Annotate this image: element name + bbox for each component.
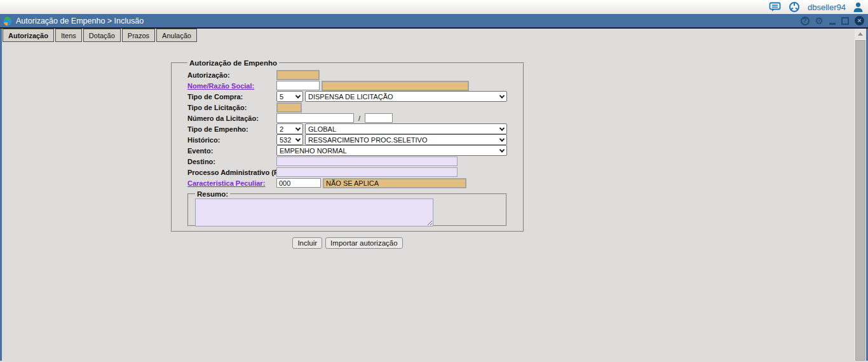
form-row-historico: Histórico: 532 RESSARCIMENTO PROC.SELETI… <box>187 134 517 145</box>
chevron-down-icon <box>499 93 505 98</box>
action-buttons: Incluir Importar autorização <box>171 237 524 249</box>
processo-adm-label: Processo Administrativo (PA): <box>187 169 276 176</box>
vertical-scrollbar[interactable] <box>855 29 866 361</box>
nome-razao-social-link[interactable]: Nome/Razão Social: <box>187 82 276 90</box>
form-row-tipo-compra: Tipo de Compra: 5 DISPENSA DE LICITAÇÃO <box>187 91 517 102</box>
caracteristica-peculiar-link[interactable]: Caracteristica Peculiar: <box>187 179 276 187</box>
gear-icon[interactable]: ⚙ <box>815 17 824 25</box>
tipo-empenho-desc-value: GLOBAL <box>308 125 498 133</box>
form-row-caracteristica: Caracteristica Peculiar: <box>187 178 517 188</box>
numero-licitacao-separator: / <box>358 115 360 122</box>
tab-bar: Autorização Itens Dotação Prazos Anulaçã… <box>3 29 198 42</box>
tipo-compra-code-value: 5 <box>280 93 294 101</box>
form-row-autorizacao: Autorização: <box>187 69 517 80</box>
tipo-empenho-code-select[interactable]: 2 <box>276 123 303 134</box>
destino-label: Destino: <box>187 158 276 165</box>
tipo-licitacao-input[interactable] <box>276 102 302 113</box>
chevron-down-icon <box>499 125 505 130</box>
form-row-destino: Destino: <box>187 156 517 167</box>
support-wheel-icon[interactable] <box>789 1 800 13</box>
tipo-licitacao-label: Tipo de Licitação: <box>187 104 276 111</box>
caracteristica-code-input[interactable] <box>276 178 321 188</box>
resumo-fieldset: Resumo: <box>187 190 507 226</box>
chevron-down-icon <box>295 125 301 130</box>
window-titlebar: Autorização de Empenho > Inclusão ? ⚙ × <box>0 14 868 29</box>
app-icon <box>3 16 13 26</box>
importar-autorizacao-button[interactable]: Importar autorização <box>325 237 402 249</box>
autorizacao-empenho-fieldset: Autorização de Empenho Autorização: Nome… <box>171 59 524 232</box>
form-row-numero-licitacao: Número da Licitação: / <box>187 113 517 123</box>
minimize-icon[interactable] <box>829 23 836 25</box>
messages-icon[interactable] <box>769 2 781 12</box>
historico-desc-select[interactable]: RESSARCIMENTO PROC.SELETIVO <box>305 134 507 145</box>
evento-select[interactable]: EMPENHO NORMAL <box>276 145 507 156</box>
resumo-legend: Resumo: <box>195 190 230 198</box>
tab-anulacao[interactable]: Anulação <box>156 29 197 42</box>
tipo-compra-desc-select[interactable]: DISPENSA DE LICITAÇÃO <box>305 91 507 102</box>
historico-label: Histórico: <box>187 136 276 144</box>
chevron-down-icon <box>499 147 505 152</box>
tipo-compra-label: Tipo de Compra: <box>187 93 276 101</box>
autorizacao-label: Autorização: <box>187 71 276 79</box>
chevron-down-icon <box>295 136 301 141</box>
restore-icon[interactable] <box>841 17 849 25</box>
scrollbar-thumb[interactable] <box>855 40 865 361</box>
incluir-button[interactable]: Incluir <box>292 237 322 249</box>
form-row-nome-razao: Nome/Razão Social: <box>187 80 517 91</box>
tipo-empenho-label: Tipo de Empenho: <box>187 125 276 133</box>
destino-input[interactable] <box>276 157 458 166</box>
help-icon[interactable]: ? <box>801 17 810 25</box>
tipo-empenho-code-value: 2 <box>280 125 294 133</box>
username[interactable]: dbseller94 <box>808 3 846 12</box>
numero-licitacao-input[interactable] <box>276 113 354 123</box>
window-content: Autorização Itens Dotação Prazos Anulaçã… <box>0 29 868 361</box>
tab-dotacao[interactable]: Dotação <box>83 29 121 42</box>
tipo-empenho-desc-select[interactable]: GLOBAL <box>305 123 507 134</box>
window-title: Autorização de Empenho > Inclusão <box>16 17 801 25</box>
historico-desc-value: RESSARCIMENTO PROC.SELETIVO <box>308 136 498 144</box>
form-row-tipo-empenho: Tipo de Empenho: 2 GLOBAL <box>187 123 517 134</box>
nome-razao-code-input[interactable] <box>276 81 320 90</box>
form-row-tipo-licitacao: Tipo de Licitação: <box>187 102 517 113</box>
processo-adm-input[interactable] <box>276 167 458 177</box>
chevron-down-icon <box>295 93 301 98</box>
tab-autorizacao[interactable]: Autorização <box>3 29 54 42</box>
historico-code-select[interactable]: 532 <box>276 134 303 145</box>
form-row-processo-adm: Processo Administrativo (PA): <box>187 167 517 178</box>
caracteristica-desc-input[interactable] <box>323 178 466 188</box>
nome-razao-name-input[interactable] <box>322 81 469 91</box>
numero-licitacao-label: Número da Licitação: <box>187 115 276 122</box>
numero-licitacao-ano-input[interactable] <box>365 113 393 123</box>
tab-prazos[interactable]: Prazos <box>122 29 155 42</box>
fieldset-legend: Autorização de Empenho <box>187 59 279 67</box>
form-row-evento: Evento: EMPENHO NORMAL <box>187 145 517 156</box>
autorizacao-input[interactable] <box>276 70 320 80</box>
scroll-up-button[interactable] <box>855 29 866 39</box>
tab-itens[interactable]: Itens <box>55 29 82 42</box>
evento-label: Evento: <box>187 147 276 155</box>
window-controls: ? ⚙ × <box>801 16 864 25</box>
evento-value: EMPENHO NORMAL <box>280 147 498 155</box>
arrow-up-icon <box>858 32 863 36</box>
tipo-compra-code-select[interactable]: 5 <box>276 91 303 102</box>
close-icon[interactable]: × <box>855 16 864 25</box>
tipo-compra-desc-value: DISPENSA DE LICITAÇÃO <box>308 93 498 101</box>
top-bar: dbseller94 <box>0 0 868 14</box>
resumo-textarea[interactable] <box>195 198 433 226</box>
chevron-down-icon <box>499 136 505 141</box>
user-icon[interactable] <box>853 2 863 12</box>
historico-code-value: 532 <box>280 136 294 144</box>
